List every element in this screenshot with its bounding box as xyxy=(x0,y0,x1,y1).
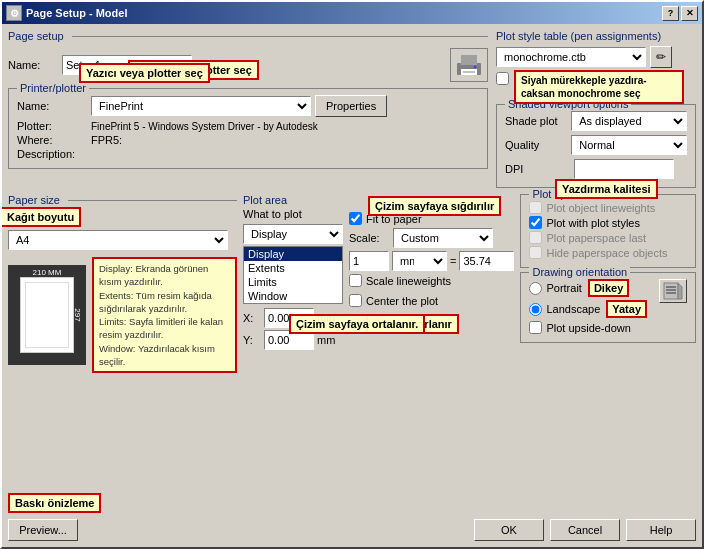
list-item-window[interactable]: Window xyxy=(244,289,342,303)
close-button[interactable]: ✕ xyxy=(681,6,698,21)
annotation-ortalanir: Çizim sayfaya ortalanır. xyxy=(289,314,425,334)
where-label: Where: xyxy=(17,134,87,146)
middle-section: Paper size Kağıt boyutu A4 xyxy=(8,194,696,373)
quality-label: Quality xyxy=(505,139,567,151)
annotation-dpi: Yazdırma kalitesi xyxy=(555,179,658,199)
scale-unit-select[interactable]: mm inches xyxy=(392,251,447,271)
drawing-orientation-group: Drawing orientation Portrait Dikey xyxy=(520,272,696,343)
landscape-row: Landscape Yatay xyxy=(529,300,659,318)
properties-button[interactable]: Properties xyxy=(315,95,387,117)
paper-width-label: 210 MM xyxy=(33,268,62,277)
scale-value2-input[interactable] xyxy=(459,251,514,271)
edit-plot-style-button[interactable]: ✏ xyxy=(650,46,672,68)
title-bar: ⚙ Page Setup - Model ? ✕ xyxy=(2,2,702,24)
plot-style-section: Plot style table (pen assignments) monoc… xyxy=(496,30,696,68)
list-item-limits[interactable]: Limits xyxy=(244,275,342,289)
svg-marker-6 xyxy=(678,283,682,299)
shaded-viewport-group: Shaded viewport options Shade plot As di… xyxy=(496,104,696,188)
hide-paperspace-checkbox xyxy=(529,246,542,259)
upside-down-label: Plot upside-down xyxy=(546,322,630,334)
shade-plot-select[interactable]: As displayed xyxy=(571,111,687,131)
plot-area-title: Plot area xyxy=(243,194,287,206)
drawing-orientation-title: Drawing orientation xyxy=(529,266,630,278)
right-col-top: Plot style table (pen assignments) monoc… xyxy=(496,30,696,188)
printer-name-select[interactable]: FinePrint xyxy=(91,96,311,116)
scale-lineweights-checkbox[interactable] xyxy=(349,274,362,287)
where-value: FPR5: xyxy=(91,134,122,146)
preview-button-area: Baskı önizleme Preview... xyxy=(8,519,78,541)
svg-rect-1 xyxy=(461,55,477,65)
paper-white xyxy=(20,277,74,353)
annotation-monochrome: Siyah mürekkeple yazdıra-caksan monochro… xyxy=(514,70,684,104)
plot-area-section: Plot area What to plot Display Display E… xyxy=(243,194,343,373)
plot-area-list: Display Extents Limits Window xyxy=(243,246,343,304)
plotter-label: Plotter: xyxy=(17,120,87,132)
y-label: Y: xyxy=(243,334,261,346)
scale-lineweights-label: Scale lineweights xyxy=(366,275,451,287)
scale-label: Scale: xyxy=(349,232,389,244)
printer-name-label: Name: xyxy=(17,100,87,112)
svg-rect-5 xyxy=(664,283,678,299)
list-item-display[interactable]: Display xyxy=(244,247,342,261)
paperspace-last-checkbox xyxy=(529,231,542,244)
ok-button[interactable]: OK xyxy=(474,519,544,541)
dpi-label: DPI xyxy=(505,163,570,175)
scale-row: Scale: Custom xyxy=(349,228,514,248)
plot-style-select[interactable]: monochrome.ctb xyxy=(496,47,646,67)
page-setup-row: Page setup xyxy=(8,30,488,42)
dpi-row: DPI Yazdırma kalitesi xyxy=(505,159,687,179)
equals-label: = xyxy=(450,255,456,267)
plot-styles-row: Plot with plot styles xyxy=(529,216,687,229)
portrait-radio[interactable] xyxy=(529,282,542,295)
printer-setup-icon[interactable] xyxy=(450,48,488,82)
cancel-button[interactable]: Cancel xyxy=(550,519,620,541)
help-button[interactable]: ? xyxy=(662,6,679,21)
description-row: Description: xyxy=(17,148,479,160)
paper-size-section: Paper size Kağıt boyutu A4 xyxy=(8,194,237,373)
help-dialog-button[interactable]: Help xyxy=(626,519,696,541)
annotation-kagit: Kağıt boyutu xyxy=(0,207,81,227)
center-plot-checkbox[interactable] xyxy=(349,294,362,307)
quality-select[interactable]: Normal xyxy=(571,135,687,155)
paperspace-last-row: Plot paperspace last xyxy=(529,231,687,244)
right-options-col: Plot options Plot object lineweights Plo… xyxy=(520,194,696,373)
where-row: Where: FPR5: xyxy=(17,134,479,146)
fit-to-paper-checkbox[interactable] xyxy=(349,212,362,225)
svg-point-4 xyxy=(474,66,477,69)
scale-select[interactable]: Custom xyxy=(393,228,493,248)
paper-height-label: 297 xyxy=(73,309,82,322)
scale-values-row: mm inches = xyxy=(349,251,514,271)
orientation-icon[interactable] xyxy=(659,279,687,303)
plot-styles-label: Plot with plot styles xyxy=(546,217,640,229)
main-layout: Page setup Name: xyxy=(2,24,702,547)
annotation-baski: Baskı önizleme xyxy=(8,493,101,513)
preview-button[interactable]: Preview... xyxy=(8,519,78,541)
what-to-plot-label: What to plot xyxy=(243,208,343,220)
obj-lineweights-checkbox xyxy=(529,201,542,214)
list-item-extents[interactable]: Extents xyxy=(244,261,342,275)
printer-name-row: Name: FinePrint Properties xyxy=(17,95,479,117)
what-to-plot-select[interactable]: Display xyxy=(243,224,343,244)
paper-size-select[interactable]: A4 xyxy=(8,230,228,250)
shade-plot-label: Shade plot xyxy=(505,115,567,127)
landscape-label: Landscape xyxy=(546,303,600,315)
printer-plotter-group: Printer/plotter Yazıcı veya plotter seç … xyxy=(8,88,488,169)
monochrome-checkbox[interactable] xyxy=(496,72,509,85)
landscape-radio[interactable] xyxy=(529,303,542,316)
scale-value1-input[interactable] xyxy=(349,251,389,271)
paper-preview: 210 MM 297 xyxy=(8,265,86,365)
plot-styles-checkbox[interactable] xyxy=(529,216,542,229)
divider xyxy=(72,36,488,37)
plot-scale-section: Çizim sayfaya sığdırılır Fit to paper Sc… xyxy=(349,194,514,373)
plot-options-group: Plot options Plot object lineweights Plo… xyxy=(520,194,696,268)
plot-style-title: Plot style table (pen assignments) xyxy=(496,30,661,42)
annotation-yazici-2: Yazıcı veya plotter seç xyxy=(79,63,210,83)
y-mm-label: mm xyxy=(317,334,335,346)
bottom-buttons: OK Cancel Help xyxy=(474,519,696,541)
quality-row: Quality Normal xyxy=(505,135,687,155)
main-window: ⚙ Page Setup - Model ? ✕ Page setup Name… xyxy=(0,0,704,549)
dpi-input[interactable] xyxy=(574,159,674,179)
annotation-yatay: Yatay xyxy=(606,300,647,318)
upside-down-checkbox[interactable] xyxy=(529,321,542,334)
title-bar-buttons: ? ✕ xyxy=(662,6,698,21)
